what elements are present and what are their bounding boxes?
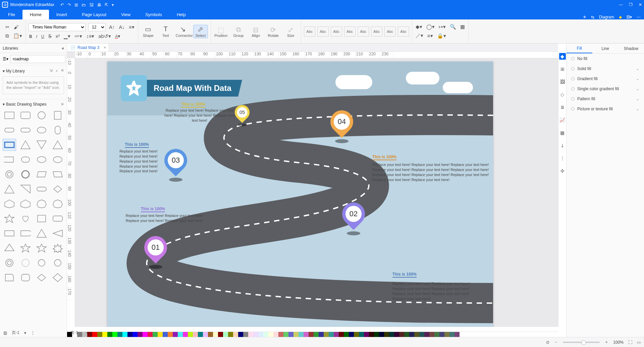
align-left-icon[interactable]: ≡▾ <box>128 23 135 31</box>
color-swatch[interactable] <box>153 332 158 337</box>
shape-item[interactable] <box>35 168 48 180</box>
tab-fill[interactable]: Fill <box>567 44 592 53</box>
shape-item[interactable] <box>3 183 16 195</box>
color-swatch[interactable] <box>379 332 384 337</box>
remove-lib-icon[interactable]: ✕ <box>61 68 64 74</box>
shape-item[interactable] <box>35 124 48 136</box>
menu-symbols[interactable]: Symbols <box>138 10 169 19</box>
shape-item[interactable] <box>19 242 32 254</box>
style-5[interactable]: Abc <box>358 26 369 37</box>
fill-color-icon[interactable]: ◆▾ <box>415 23 423 31</box>
color-swatch[interactable] <box>278 332 283 337</box>
color-swatch[interactable] <box>203 332 208 337</box>
shape-item[interactable] <box>3 213 16 225</box>
new-icon[interactable]: ⊞ <box>74 2 78 7</box>
color-swatch[interactable] <box>409 332 414 337</box>
color-swatch[interactable] <box>304 332 309 337</box>
premium-icon[interactable]: ◆ <box>619 15 622 19</box>
color-swatch[interactable] <box>132 332 138 337</box>
close-section-icon[interactable]: ✕ <box>61 102 64 107</box>
color-swatch[interactable] <box>424 332 429 337</box>
color-swatch[interactable] <box>228 332 233 337</box>
close-icon[interactable]: ✕ <box>639 2 642 7</box>
color-swatch[interactable] <box>92 332 97 337</box>
shape-item[interactable] <box>19 213 32 225</box>
shape-item[interactable] <box>35 272 48 284</box>
shape-item[interactable] <box>35 109 48 121</box>
fill-option[interactable]: Solid fill⌄ <box>567 64 644 74</box>
import-icon[interactable]: ⇲ <box>49 68 53 74</box>
undo-icon[interactable]: ↶ <box>60 2 64 7</box>
color-swatch[interactable] <box>334 332 339 337</box>
paste-icon[interactable]: 📋▾ <box>12 32 23 40</box>
library-picker-icon[interactable]: ☰▾ <box>3 57 8 61</box>
add-page-icon[interactable]: ＋ <box>85 330 89 336</box>
options-icon[interactable]: ⚄▾ <box>627 15 632 19</box>
chart-pane-icon[interactable]: 📈 <box>559 117 566 123</box>
shape-item[interactable] <box>3 124 16 136</box>
fit-page-icon[interactable]: ⛶ <box>628 340 632 345</box>
font-family-select[interactable]: Times New Roman <box>29 23 86 31</box>
text-tool[interactable]: TText <box>158 25 173 38</box>
color-swatch[interactable] <box>208 332 213 337</box>
diagram-label[interactable]: Diagram <box>599 15 614 19</box>
style-3[interactable]: Abc <box>331 26 342 37</box>
shape-item[interactable] <box>51 154 64 166</box>
color-swatch[interactable] <box>223 332 228 337</box>
color-swatch[interactable] <box>389 332 394 337</box>
color-swatch[interactable] <box>283 332 288 337</box>
shape-item[interactable] <box>51 109 64 121</box>
shape-item[interactable] <box>3 109 16 121</box>
connector-tool[interactable]: ↘Connector <box>176 25 191 38</box>
shape-item[interactable] <box>19 139 32 151</box>
color-swatch[interactable] <box>384 332 389 337</box>
color-swatch[interactable] <box>454 332 460 337</box>
color-swatch[interactable] <box>198 332 203 337</box>
menu-file[interactable]: File <box>1 10 22 19</box>
shape-item[interactable] <box>51 198 64 210</box>
tab-line[interactable]: Line <box>592 44 618 53</box>
color-swatch[interactable] <box>178 332 183 337</box>
font-color-icon[interactable]: A▾ <box>114 33 121 40</box>
color-swatch[interactable] <box>107 332 112 337</box>
shape-item[interactable] <box>35 198 48 210</box>
color-swatch[interactable] <box>354 332 359 337</box>
add-icon[interactable]: ＋ <box>55 68 59 74</box>
color-swatch[interactable] <box>258 332 263 337</box>
color-swatch[interactable] <box>127 332 132 337</box>
shape-item[interactable] <box>3 154 16 166</box>
color-swatch[interactable] <box>218 332 223 337</box>
shape-item[interactable] <box>51 139 64 151</box>
cut-icon[interactable]: ✂ <box>5 23 10 31</box>
page-menu-icon[interactable]: ⋮ <box>31 331 35 335</box>
bold-icon[interactable]: B <box>29 33 33 40</box>
color-swatch[interactable] <box>253 332 258 337</box>
milestone-pin-04[interactable]: 04 <box>330 110 353 143</box>
color-swatch[interactable] <box>319 332 324 337</box>
fill-option[interactable]: No fill <box>567 54 644 64</box>
redo-icon[interactable]: ↷ <box>67 2 71 7</box>
page-tab[interactable]: 页-1 <box>67 329 82 336</box>
milestone-pin-01[interactable]: 01 <box>144 236 167 269</box>
color-swatch[interactable] <box>434 332 439 337</box>
more-icon[interactable]: ⋯ <box>637 15 641 19</box>
layer-pane-icon[interactable]: ◇ <box>559 91 566 98</box>
comment-pane-icon[interactable]: 🗎 <box>559 104 566 111</box>
tab-shadow[interactable]: Shadow <box>618 44 644 53</box>
fullscreen-icon[interactable]: ▭ <box>637 340 641 345</box>
shape-item[interactable] <box>35 227 48 239</box>
milestone-pin-02[interactable]: 02 <box>342 203 365 235</box>
font-size-select[interactable]: 12 <box>88 23 106 31</box>
shape-item[interactable] <box>3 139 16 151</box>
color-swatch[interactable] <box>243 332 248 337</box>
zoom-slider[interactable] <box>563 342 600 343</box>
color-swatch[interactable] <box>444 332 449 337</box>
color-swatch[interactable] <box>193 332 198 337</box>
shape-tool[interactable]: ▭Shape <box>141 25 156 38</box>
open-icon[interactable]: 🗁 <box>82 2 86 7</box>
save-icon[interactable]: 🖫 <box>89 2 94 7</box>
color-swatch[interactable] <box>329 332 334 337</box>
shape-item[interactable] <box>19 257 32 269</box>
canvas-area[interactable]: -100102030405060708090100110120130140150… <box>67 52 558 327</box>
shrink-font-icon[interactable]: A↓ <box>118 23 126 31</box>
